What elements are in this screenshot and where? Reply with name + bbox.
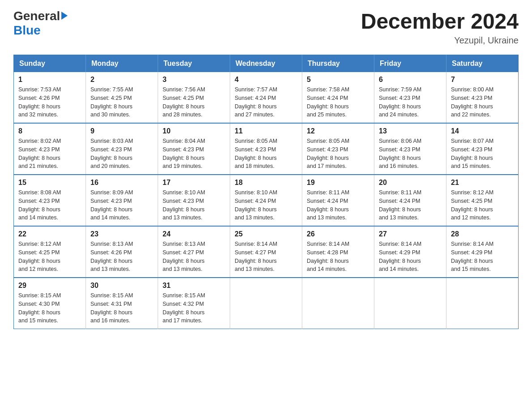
day-info: Sunrise: 8:11 AM Sunset: 4:24 PM Dayligh… [307,188,369,222]
calendar-cell: 2 Sunrise: 7:55 AM Sunset: 4:25 PM Dayli… [86,72,158,123]
calendar-cell: 4 Sunrise: 7:57 AM Sunset: 4:24 PM Dayli… [230,72,302,123]
calendar-cell: 18 Sunrise: 8:10 AM Sunset: 4:24 PM Dayl… [230,175,302,226]
page-header: General Blue December 2024 Yezupil, Ukra… [13,9,519,46]
day-info: Sunrise: 8:14 AM Sunset: 4:28 PM Dayligh… [307,240,369,274]
day-info: Sunrise: 8:00 AM Sunset: 4:23 PM Dayligh… [451,86,514,119]
calendar-week-row: 8 Sunrise: 8:02 AM Sunset: 4:23 PM Dayli… [14,123,519,175]
day-info: Sunrise: 8:11 AM Sunset: 4:24 PM Dayligh… [379,188,442,222]
logo-general-text: General [13,9,60,23]
day-info: Sunrise: 8:12 AM Sunset: 4:25 PM Dayligh… [18,240,81,274]
title-block: December 2024 Yezupil, Ukraine [361,9,519,46]
calendar-cell: 7 Sunrise: 8:00 AM Sunset: 4:23 PM Dayli… [446,72,519,123]
day-info: Sunrise: 8:14 AM Sunset: 4:27 PM Dayligh… [235,240,297,274]
day-info: Sunrise: 8:06 AM Sunset: 4:23 PM Dayligh… [379,137,442,171]
day-number: 24 [163,230,225,238]
day-info: Sunrise: 7:56 AM Sunset: 4:25 PM Dayligh… [163,86,225,119]
calendar-week-row: 22 Sunrise: 8:12 AM Sunset: 4:25 PM Dayl… [14,226,519,278]
day-number: 10 [163,127,225,135]
day-info: Sunrise: 7:55 AM Sunset: 4:25 PM Dayligh… [90,86,153,119]
calendar-cell: 19 Sunrise: 8:11 AM Sunset: 4:24 PM Dayl… [302,175,374,226]
day-number: 2 [90,76,153,84]
calendar-week-row: 29 Sunrise: 8:15 AM Sunset: 4:30 PM Dayl… [14,278,519,329]
calendar-cell: 25 Sunrise: 8:14 AM Sunset: 4:27 PM Dayl… [230,226,302,278]
page-subtitle: Yezupil, Ukraine [361,35,519,46]
calendar-cell: 6 Sunrise: 7:59 AM Sunset: 4:23 PM Dayli… [374,72,446,123]
day-number: 15 [18,179,81,187]
day-number: 18 [235,179,297,187]
day-info: Sunrise: 8:13 AM Sunset: 4:27 PM Dayligh… [163,240,225,274]
calendar-cell: 5 Sunrise: 7:58 AM Sunset: 4:24 PM Dayli… [302,72,374,123]
logo: General Blue [13,9,68,38]
calendar-cell: 14 Sunrise: 8:07 AM Sunset: 4:23 PM Dayl… [446,123,519,175]
day-number: 16 [90,179,153,187]
day-number: 17 [163,179,225,187]
day-number: 21 [451,179,514,187]
day-number: 12 [307,127,369,135]
page-title: December 2024 [361,9,519,34]
day-number: 29 [18,282,81,290]
calendar-cell: 22 Sunrise: 8:12 AM Sunset: 4:25 PM Dayl… [14,226,86,278]
calendar-week-row: 15 Sunrise: 8:08 AM Sunset: 4:23 PM Dayl… [14,175,519,226]
day-number: 14 [451,127,514,135]
day-info: Sunrise: 8:12 AM Sunset: 4:25 PM Dayligh… [451,188,514,222]
calendar-cell: 23 Sunrise: 8:13 AM Sunset: 4:26 PM Dayl… [86,226,158,278]
day-info: Sunrise: 8:04 AM Sunset: 4:23 PM Dayligh… [163,137,225,171]
calendar-cell: 13 Sunrise: 8:06 AM Sunset: 4:23 PM Dayl… [374,123,446,175]
weekday-header: Tuesday [158,55,230,73]
calendar-cell: 26 Sunrise: 8:14 AM Sunset: 4:28 PM Dayl… [302,226,374,278]
day-info: Sunrise: 8:10 AM Sunset: 4:23 PM Dayligh… [163,188,225,222]
day-info: Sunrise: 7:58 AM Sunset: 4:24 PM Dayligh… [307,86,369,119]
day-number: 3 [163,76,225,84]
calendar-cell: 15 Sunrise: 8:08 AM Sunset: 4:23 PM Dayl… [14,175,86,226]
logo-blue-text: Blue [13,23,41,37]
day-number: 26 [307,230,369,238]
day-info: Sunrise: 8:15 AM Sunset: 4:32 PM Dayligh… [163,291,225,325]
calendar-cell: 21 Sunrise: 8:12 AM Sunset: 4:25 PM Dayl… [446,175,519,226]
calendar-cell [302,278,374,329]
day-info: Sunrise: 8:14 AM Sunset: 4:29 PM Dayligh… [451,240,514,274]
calendar-cell [374,278,446,329]
day-number: 1 [18,76,81,84]
day-number: 27 [379,230,442,238]
day-number: 7 [451,76,514,84]
day-number: 13 [379,127,442,135]
calendar-cell: 1 Sunrise: 7:53 AM Sunset: 4:26 PM Dayli… [14,72,86,123]
day-number: 9 [90,127,153,135]
day-number: 6 [379,76,442,84]
day-info: Sunrise: 8:15 AM Sunset: 4:30 PM Dayligh… [18,291,81,325]
calendar-header: SundayMondayTuesdayWednesdayThursdayFrid… [14,55,519,73]
day-number: 8 [18,127,81,135]
day-number: 5 [307,76,369,84]
day-info: Sunrise: 8:13 AM Sunset: 4:26 PM Dayligh… [90,240,153,274]
weekday-header: Sunday [14,55,86,73]
day-number: 19 [307,179,369,187]
day-info: Sunrise: 8:10 AM Sunset: 4:24 PM Dayligh… [235,188,297,222]
calendar-cell [230,278,302,329]
calendar-cell: 16 Sunrise: 8:09 AM Sunset: 4:23 PM Dayl… [86,175,158,226]
weekday-header: Monday [86,55,158,73]
day-number: 20 [379,179,442,187]
calendar-cell: 30 Sunrise: 8:15 AM Sunset: 4:31 PM Dayl… [86,278,158,329]
calendar-cell: 17 Sunrise: 8:10 AM Sunset: 4:23 PM Dayl… [158,175,230,226]
weekday-header: Thursday [302,55,374,73]
day-number: 25 [235,230,297,238]
day-number: 22 [18,230,81,238]
day-info: Sunrise: 8:03 AM Sunset: 4:23 PM Dayligh… [90,137,153,171]
calendar-cell: 11 Sunrise: 8:05 AM Sunset: 4:23 PM Dayl… [230,123,302,175]
day-number: 30 [90,282,153,290]
day-info: Sunrise: 8:09 AM Sunset: 4:23 PM Dayligh… [90,188,153,222]
calendar-cell: 20 Sunrise: 8:11 AM Sunset: 4:24 PM Dayl… [374,175,446,226]
day-info: Sunrise: 8:08 AM Sunset: 4:23 PM Dayligh… [18,188,81,222]
calendar-cell: 12 Sunrise: 8:05 AM Sunset: 4:23 PM Dayl… [302,123,374,175]
day-number: 11 [235,127,297,135]
day-info: Sunrise: 8:05 AM Sunset: 4:23 PM Dayligh… [307,137,369,171]
day-info: Sunrise: 7:57 AM Sunset: 4:24 PM Dayligh… [235,86,297,119]
calendar-cell: 27 Sunrise: 8:14 AM Sunset: 4:29 PM Dayl… [374,226,446,278]
day-info: Sunrise: 7:59 AM Sunset: 4:23 PM Dayligh… [379,86,442,119]
day-number: 23 [90,230,153,238]
day-number: 31 [163,282,225,290]
calendar-cell [446,278,519,329]
calendar-cell: 9 Sunrise: 8:03 AM Sunset: 4:23 PM Dayli… [86,123,158,175]
day-info: Sunrise: 8:15 AM Sunset: 4:31 PM Dayligh… [90,291,153,325]
calendar-cell: 10 Sunrise: 8:04 AM Sunset: 4:23 PM Dayl… [158,123,230,175]
